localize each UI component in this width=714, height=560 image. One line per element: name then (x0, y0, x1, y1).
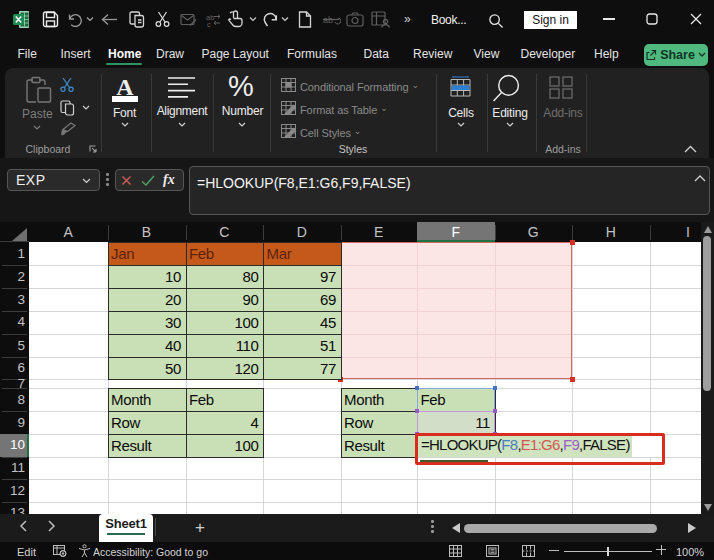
svg-text:A: A (116, 74, 134, 100)
svg-text:c: c (207, 20, 211, 28)
